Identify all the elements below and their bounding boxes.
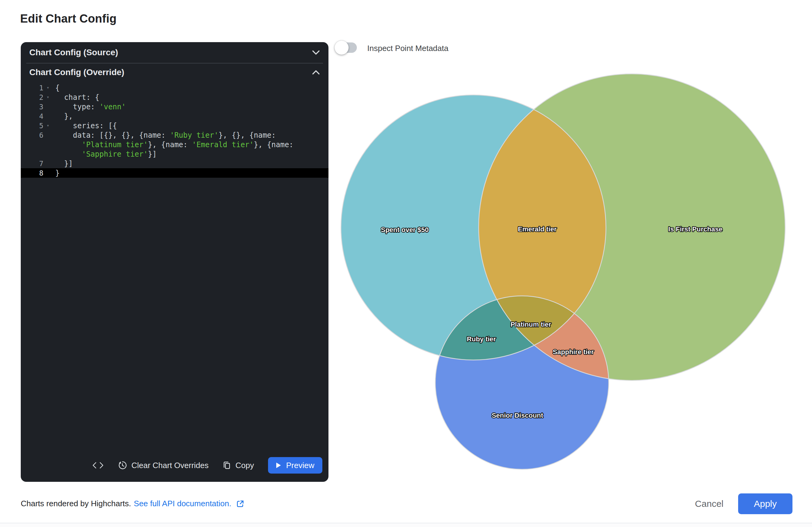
dialog-footer-strip <box>0 523 812 527</box>
venn-region-label: Is First Purchase <box>668 225 722 233</box>
highcharts-credit-text: Charts rendered by Highcharts. <box>21 499 131 508</box>
apply-button[interactable]: Apply <box>738 494 793 514</box>
venn-region-label: Platinum tier <box>510 321 551 328</box>
venn-region-label: Emerald tier <box>518 225 557 233</box>
venn-region-label: Ruby tier <box>467 335 496 343</box>
venn-region-label: Spent over $50 <box>381 226 429 233</box>
venn-diagram[interactable]: Spent over $50Emerald tierIs First Purch… <box>0 0 812 527</box>
api-doc-link[interactable]: See full API documentation. <box>134 499 231 508</box>
venn-region-label: Senior Discount <box>492 412 543 419</box>
cancel-button[interactable]: Cancel <box>688 499 731 509</box>
chart-credit: Charts rendered by Highcharts. See full … <box>21 499 245 508</box>
venn-region-label: Sapphire tier <box>553 348 594 356</box>
external-link-icon[interactable] <box>236 499 245 508</box>
dialog-actions: Cancel Apply <box>688 494 793 514</box>
